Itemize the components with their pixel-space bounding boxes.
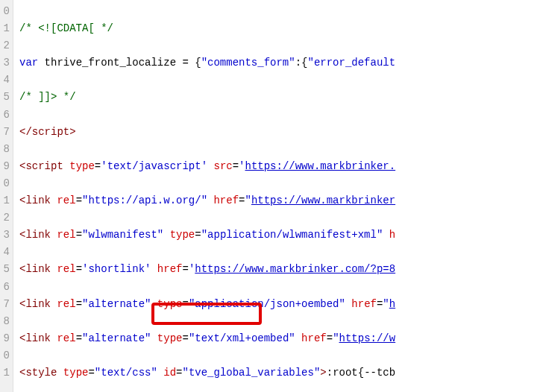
line-number: 8 [1, 141, 10, 158]
line-number: 5 [1, 261, 10, 278]
code-line: <link rel="wlwmanifest" type="applicatio… [19, 227, 537, 244]
code-line: <link rel='shortlink' href='https://www.… [19, 261, 537, 278]
code-line: /* <![CDATA[ */ [19, 20, 537, 37]
line-number: 3 [1, 227, 10, 244]
line-number: 1 [1, 364, 10, 382]
line-number: 4 [1, 72, 10, 89]
code-line: <link rel="alternate" type="application/… [19, 296, 537, 313]
line-number: 7 [1, 124, 10, 141]
line-number: 0 [1, 3, 10, 20]
line-number: 7 [1, 296, 10, 313]
code-line: <link rel="alternate" type="text/xml+oem… [19, 330, 537, 347]
line-number-gutter: 0 1 2 3 4 5 6 7 8 9 0 1 2 3 4 5 6 7 8 9 … [0, 0, 13, 392]
line-number: 6 [1, 279, 10, 296]
code-line: <style type="text/css" id="tve_global_va… [19, 364, 537, 382]
line-number: 9 [1, 330, 10, 347]
line-number: 9 [1, 158, 10, 175]
code-line: <script type='text/javascript' src='http… [19, 158, 537, 175]
line-number: 1 [1, 20, 10, 37]
line-number: 0 [1, 175, 10, 192]
code-area[interactable]: /* <![CDATA[ */ var thrive_front_localiz… [13, 0, 537, 392]
line-number: 6 [1, 107, 10, 124]
line-number: 4 [1, 244, 10, 261]
line-number: 0 [1, 347, 10, 364]
line-number: 8 [1, 313, 10, 330]
code-line: var thrive_front_localize = {"comments_f… [19, 54, 537, 72]
line-number: 2 [1, 209, 10, 227]
code-line: <link rel="https://api.w.org/" href="htt… [19, 192, 537, 209]
line-number: 3 [1, 54, 10, 72]
line-number: 2 [1, 37, 10, 54]
code-line: /* ]]> */ [19, 89, 537, 106]
code-line: </script> [19, 124, 537, 141]
line-number: 5 [1, 89, 10, 106]
line-number: 1 [1, 192, 10, 209]
